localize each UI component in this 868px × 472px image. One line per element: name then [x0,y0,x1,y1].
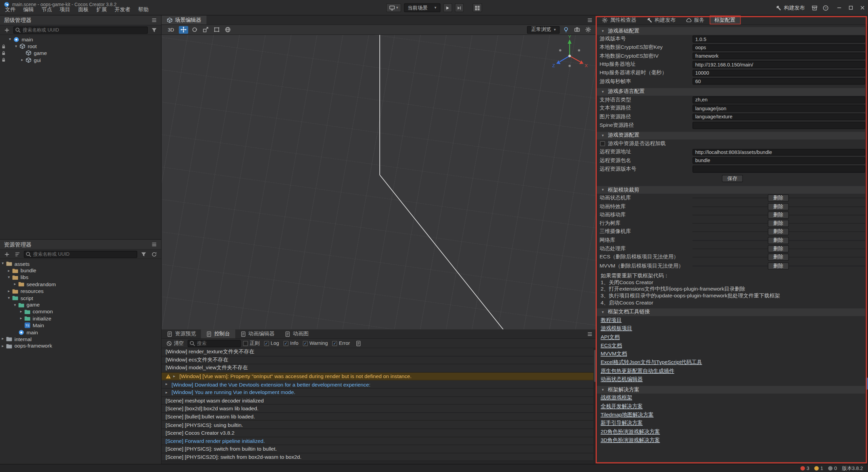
assets-search-input[interactable] [24,251,137,258]
log-row[interactable]: [Scene] [bullet]:bullet wasm lib loaded. [162,413,596,421]
filter-warning[interactable]: ✓Warning [303,340,328,346]
mode-3d-button[interactable]: 3D [165,27,177,32]
menu-item-6[interactable]: 开发者 [111,4,134,15]
prop-input-远程资源地址[interactable] [692,149,865,156]
expand-arrow-icon[interactable]: ▾ [6,296,12,300]
log-row[interactable]: [Window] model_view文件夹不存在 [162,365,596,373]
scene-select[interactable]: 当前场景▾ [404,3,440,12]
expand-arrow-icon[interactable]: ▾ [0,261,5,266]
minimize-button[interactable] [833,0,845,16]
menu-item-7[interactable]: 帮助 [134,4,153,15]
save-button[interactable]: 保存 [722,175,743,182]
rect-tool-button[interactable] [212,26,221,34]
error-count[interactable]: 3 [801,466,809,471]
tab-控制台[interactable]: 控制台 [201,329,235,338]
delete-module-button[interactable]: 删除 [768,211,789,218]
tree-row-bundle[interactable]: ▸bundle [0,267,161,274]
tab-框架配置[interactable]: 框架配置 [709,16,740,24]
log-row[interactable]: [Window] render_texture文件夹不存在 [162,348,596,356]
preview-target-dropdown[interactable]: ▾ [386,3,401,12]
section-header-lang[interactable]: ▾游戏多语言配置 [597,88,868,96]
link-API文档[interactable]: API文档 [600,334,619,341]
tree-row-root[interactable]: ▾root [0,43,161,50]
panel-menu-icon[interactable] [584,329,596,338]
tree-row-game[interactable]: ▾game [0,301,161,308]
package-icon[interactable] [811,5,818,11]
warning-count[interactable]: 1 [814,466,823,471]
tab-构建发布[interactable]: 构建发布 [641,16,680,24]
tree-row-seedrandom[interactable]: ▸seedrandom [0,281,161,288]
collapse-arrow-icon[interactable]: ▾ [600,188,605,192]
section-header-trim[interactable]: ▾框架模块裁剪 [597,186,868,194]
tree-row-game[interactable]: game [0,50,161,57]
tree-row-libs[interactable]: ▾libs [0,274,161,281]
console-search-input[interactable] [188,340,241,347]
inspector-scrollbar[interactable] [865,25,868,464]
expand-arrow-icon[interactable]: ▾ [12,302,18,307]
filter-checkbox[interactable]: ✓ [283,341,289,346]
log-row[interactable]: ▸[Window] [Vue warn]: Property "onInput"… [162,372,596,380]
prop-input-文本资源路径[interactable] [692,105,865,112]
filter-checkbox[interactable]: ✓ [264,341,269,346]
collapse-arrow-icon[interactable]: ▾ [600,388,605,392]
add-node-button[interactable] [3,26,11,34]
lighting-toggle-button[interactable] [561,26,571,34]
log-row[interactable]: ▸[Window] Download the Vue Devtools exte… [162,380,596,389]
link-Excel格式转Json文件与TypeScript代码工具[interactable]: Excel格式转Json文件与TypeScript代码工具 [600,359,702,366]
delete-module-button[interactable]: 删除 [768,228,789,235]
menu-item-0[interactable]: 文件 [1,4,19,15]
message-count[interactable]: 0 [828,466,837,471]
link-战棋游戏框架[interactable]: 战棋游戏框架 [600,394,632,401]
remote-load-toggle[interactable]: 游戏中资源是否远程加载 [597,139,868,148]
orientation-gizmo[interactable]: Y X Z [550,35,589,74]
refresh-icon[interactable] [150,250,158,258]
panel-menu-icon[interactable] [151,241,157,248]
menu-item-3[interactable]: 项目 [56,4,74,15]
prop-input-远程资源版本号[interactable] [692,166,865,173]
filter-info[interactable]: ✓Info [283,340,298,346]
link-ECS文档[interactable]: ECS文档 [600,342,622,349]
close-button[interactable] [856,0,868,16]
log-row[interactable]: [Scene] [PHYSICS]: using builtin. [162,421,596,429]
tree-row-internal[interactable]: ▸internal [0,336,161,342]
prop-input-Http服务器地址[interactable] [692,61,865,68]
expand-arrow-icon[interactable]: ▾ [6,275,12,279]
delete-module-button[interactable]: 删除 [768,195,789,202]
rotate-tool-button[interactable] [190,26,199,34]
prop-input-支持语言类型[interactable] [692,96,865,103]
menu-item-5[interactable]: 扩展 [93,4,111,15]
link-全栈开发解决方案[interactable]: 全栈开发解决方案 [600,403,643,410]
section-header-res[interactable]: ▾游戏资源配置 [597,132,868,140]
scale-tool-button[interactable] [201,26,210,34]
prop-input-游戏版本号[interactable] [692,36,865,42]
tree-row-oops-framework[interactable]: ▸oops-framework [0,342,161,349]
section-header-docs[interactable]: ▾框架文档工具链接 [597,308,868,316]
menu-item-1[interactable]: 编辑 [19,4,38,15]
log-row[interactable]: [Scene] meshopt wasm decoder initialized [162,397,596,405]
log-row[interactable]: ▸[Window] You are running Vue in develop… [162,389,596,397]
regex-checkbox[interactable] [243,341,248,346]
link-原生包热更新配置自动生成插件[interactable]: 原生包热更新配置自动生成插件 [600,368,674,375]
delete-module-button[interactable]: 删除 [768,262,789,269]
console-clear-button[interactable]: 清空 [164,340,185,347]
tree-row-gui[interactable]: ▸gui [0,57,161,63]
expand-arrow-icon[interactable]: ▸ [18,310,24,314]
tab-动画编辑器[interactable]: 动画编辑器 [235,329,279,338]
link-3D角色扮演游戏解决方案[interactable]: 3D角色扮演游戏解决方案 [600,437,660,444]
expand-arrow-icon[interactable]: ▸ [6,289,12,293]
collapse-arrow-icon[interactable]: ▾ [600,90,605,94]
panel-menu-icon[interactable] [151,17,157,23]
expand-arrow-icon[interactable]: ▸ [12,282,18,287]
layout-button[interactable] [472,3,482,12]
log-row[interactable]: [Window] ecs文件夹不存在 [162,356,596,365]
collapse-arrow-icon[interactable]: ▾ [600,29,605,33]
filter-checkbox[interactable]: ✓ [303,341,308,346]
log-row[interactable]: [Scene] [box2d]:box2d wasm lib loaded. [162,405,596,413]
delete-module-button[interactable]: 删除 [768,245,789,252]
prop-input-Spine资源路径[interactable] [692,122,865,129]
link-新手引导解决方案[interactable]: 新手引导解决方案 [600,420,643,427]
help-icon[interactable]: ? [822,5,829,11]
console-scrollbar[interactable] [593,348,596,464]
section-header-solutions[interactable]: ▾框架解决方案 [597,386,868,394]
build-publish-button[interactable]: 构建发布 [773,4,807,11]
